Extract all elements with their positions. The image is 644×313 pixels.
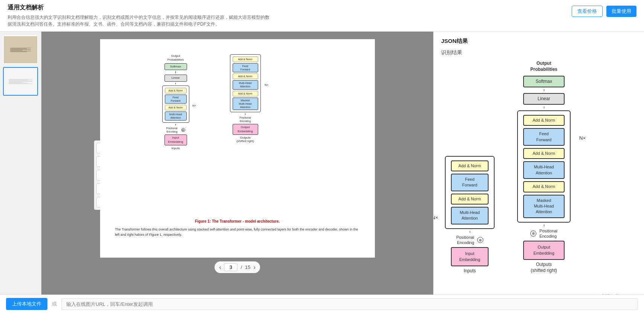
page-navigation: ‹ / 15 ›	[215, 261, 260, 273]
dec-output-embedding: OutputEmbedding	[233, 124, 258, 135]
large-enc-line1	[470, 231, 470, 233]
large-dec-line3	[544, 224, 544, 226]
enc-outer-box: Add & Norm FeedForward Add & Norm Multi-…	[162, 86, 189, 123]
bottom-bar: 上传本地文件 或	[0, 295, 644, 313]
large-dec-line2	[544, 107, 544, 108]
large-dec-nx: N×	[579, 135, 586, 141]
enc-nx-label: N×	[192, 104, 196, 107]
page-total: 15	[245, 264, 250, 270]
enc-circle-1: ⊕	[181, 128, 185, 132]
dec-add-norm-ff: Add & Norm	[233, 56, 258, 62]
or-text: 或	[52, 301, 57, 307]
document-viewer: − + ⊡ ↻ ⊕ OutputProbabilities Softmax Li…	[41, 32, 433, 313]
large-enc-circle: ⊕	[477, 237, 483, 243]
enc-feed-forward: FeedForward	[165, 95, 187, 104]
large-enc-add-norm-mha: Add & Norm	[451, 194, 489, 205]
large-dec-feed-forward: FeedForward	[523, 128, 565, 146]
page-content: OutputProbabilities Softmax Linear Add &…	[100, 39, 375, 258]
enc-inputs-label: Inputs	[172, 147, 180, 150]
figure-caption: Figure 1: The Transformer - model archit…	[115, 219, 360, 223]
recognition-result-title: 识别结果	[441, 49, 636, 56]
thumb-img-1	[4, 36, 37, 63]
dec-outputs-label: Outputs(shifted right)	[236, 136, 254, 143]
dec-feed-forward: FeedForward	[233, 63, 258, 72]
large-dec-multi-head: Multi-HeadAttention	[523, 161, 565, 179]
large-enc-box: Add & Norm FeedForward Add & Norm Multi-…	[445, 156, 495, 229]
header-left: 通用文档解析 利用合合信息强大的文字识别和文档理解能力，识别文档或图片中的文字信…	[8, 4, 572, 27]
large-dec-add-norm-mmha: Add & Norm	[523, 181, 565, 192]
header-actions: 查看价格 批量使用	[572, 4, 636, 17]
dec-masked-mha: MaskedMulti-HeadAttention	[233, 98, 258, 110]
thumb-img-2	[4, 68, 37, 95]
large-enc-feed-forward: FeedForward	[451, 174, 489, 191]
enc-add-norm-mha: Add & Norm	[165, 105, 187, 110]
dec-multi-head-attn: Multi-HeadAttention	[233, 80, 258, 89]
top-header: 通用文档解析 利用合合信息强大的文字识别和文档理解能力，识别文档或图片中的文字信…	[0, 0, 644, 32]
large-dec-pos-label: PositionalEncoding	[539, 228, 557, 239]
large-enc-input-embed: InputEmbedding	[451, 247, 489, 266]
enc-multi-head-attn: Multi-HeadAttention	[165, 111, 187, 121]
page-separator: /	[241, 264, 242, 270]
dec-nx-label: N×	[265, 83, 268, 87]
large-encoder: N× Add & Norm FeedForward Add & Norm Mul…	[445, 156, 495, 274]
enc-line2	[175, 83, 176, 84]
right-panel: JSON结果 识别结果 N× Add & Norm FeedForward Ad…	[433, 32, 644, 313]
page-description: 利用合合信息强大的文字识别和文档理解能力，识别文档或图片中的文字信息，并按常见的…	[8, 14, 271, 27]
large-dec-add-norm-mha: Add & Norm	[523, 148, 565, 159]
dec-pos-label: PositionalEncoding	[239, 116, 251, 123]
price-button[interactable]: 查看价格	[572, 6, 603, 17]
large-output-prob: OutputProbabilities	[530, 61, 557, 72]
enc-line3	[175, 124, 176, 125]
large-dec-circle: ⊕	[530, 231, 536, 237]
large-dec-masked-mha: MaskedMulti-HeadAttention	[523, 195, 565, 218]
page-number-input[interactable]	[224, 263, 238, 271]
large-softmax: Softmax	[523, 76, 565, 87]
upload-button[interactable]: 上传本地文件	[6, 298, 47, 310]
batch-button[interactable]: 批量使用	[606, 6, 636, 17]
thumbnail-1[interactable]	[3, 35, 38, 64]
dec-outer-box: Add & Norm FeedForward Add & Norm Multi-…	[230, 54, 261, 112]
enc-output-label: OutputProbabilities	[167, 54, 184, 62]
json-result-title: JSON结果	[441, 38, 636, 45]
transformer-diagram-small: OutputProbabilities Softmax Linear Add &…	[115, 50, 360, 216]
large-dec-output-embed: OutputEmbedding	[523, 241, 565, 260]
enc-circles: ⊕	[181, 128, 185, 132]
body-text: The Transformer follows this overall arc…	[115, 227, 360, 237]
enc-pos-enc-row: PositionalEncoding ⊕	[166, 127, 185, 133]
large-dec-line-top	[544, 89, 544, 91]
main-layout: − + ⊡ ↻ ⊕ OutputProbabilities Softmax Li…	[0, 32, 644, 313]
large-enc-pos-label: PositionalEncoding	[456, 235, 474, 246]
enc-softmax: Softmax	[164, 63, 187, 70]
large-enc-pos-row: PositionalEncoding ⊕	[456, 235, 483, 246]
encoder-col: OutputProbabilities Softmax Linear Add &…	[162, 54, 189, 150]
large-dec-box: Add & Norm FeedForward Add & Norm Multi-…	[517, 110, 571, 223]
large-dec-pos-row: ⊕ PositionalEncoding	[530, 228, 557, 239]
large-transformer-diagram: N× Add & Norm FeedForward Add & Norm Mul…	[441, 61, 636, 273]
decoder-col: Add & Norm FeedForward Add & Norm Multi-…	[230, 54, 261, 143]
thumbnail-2[interactable]	[3, 67, 38, 96]
prev-page-button[interactable]: ‹	[219, 264, 221, 271]
dec-add-norm-mha: Add & Norm	[233, 73, 258, 79]
large-decoder: OutputProbabilities Softmax Linear N× Ad…	[517, 61, 571, 273]
dec-line1	[245, 113, 245, 115]
large-enc-add-norm-ff: Add & Norm	[451, 160, 489, 171]
thumbnail-sidebar	[0, 32, 41, 313]
next-page-button[interactable]: ›	[254, 264, 256, 271]
url-input[interactable]	[61, 298, 638, 310]
large-enc-nx-outer: N×	[433, 215, 438, 220]
enc-input-embedding: InputEmbedding	[164, 134, 187, 145]
enc-add-norm-ff: Add & Norm	[165, 88, 187, 93]
large-linear: Linear	[523, 93, 565, 105]
large-enc-multi-head: Multi-HeadAttention	[451, 207, 489, 224]
diagram-wrapper: OutputProbabilities Softmax Linear Add &…	[155, 54, 320, 212]
page-title: 通用文档解析	[8, 4, 572, 12]
dec-add-norm-mmha: Add & Norm	[233, 91, 258, 96]
enc-pos-label: PositionalEncoding	[166, 127, 177, 133]
enc-linear: Linear	[164, 75, 187, 81]
large-dec-add-norm-ff: Add & Norm	[523, 115, 565, 126]
large-enc-inputs-label: Inputs	[464, 268, 476, 273]
large-dec-outputs-label: Outputs(shifted right)	[531, 262, 557, 273]
enc-line1	[175, 71, 176, 73]
